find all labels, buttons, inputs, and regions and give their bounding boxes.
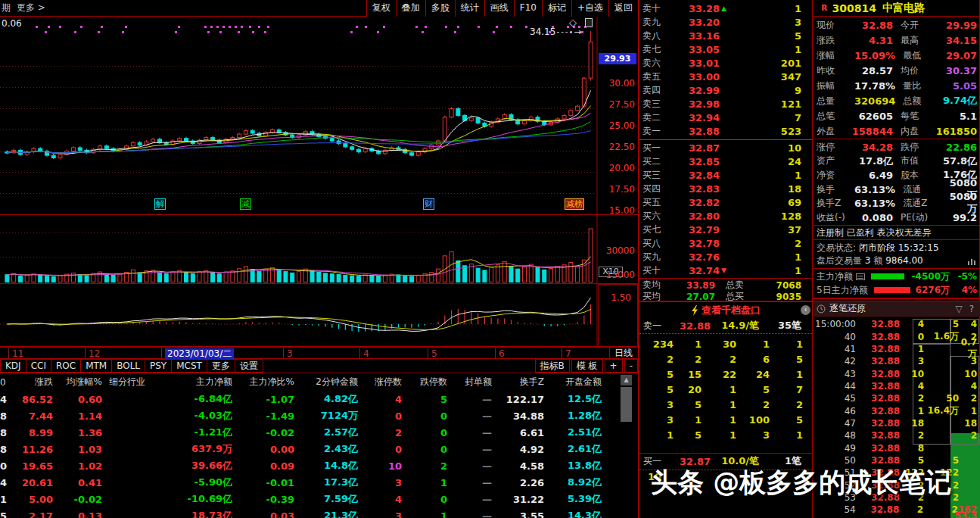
bid-row[interactable]: 买十 32.74 ▼ 1 — [639, 264, 812, 277]
indicator-tab[interactable]: MCST — [172, 359, 207, 373]
table-row[interactable]: 8 8.99 1.36 -1.21亿 -0.02 2.57亿 2 0 — 6.6… — [0, 424, 638, 441]
collapse-icon[interactable]: ‹ — [801, 305, 810, 315]
table-header-cell[interactable]: 主力净额 — [152, 376, 232, 388]
ask-row[interactable]: 卖八 33.16 5 — [639, 29, 812, 42]
toolbar-button[interactable]: +自选 — [571, 0, 608, 17]
event-dot — [264, 31, 266, 33]
scrollbar-up-icon[interactable]: ▲ — [621, 375, 632, 385]
toolbar-button[interactable]: 多股 — [425, 0, 455, 17]
table-scrollbar[interactable]: ▲ — [621, 375, 632, 516]
table-header-cell[interactable]: 开盘金额 — [544, 376, 602, 388]
toolbar-button[interactable]: 标记 — [542, 0, 571, 17]
ask-row[interactable]: 卖九 33.20 3 — [639, 15, 812, 29]
timeline-axis[interactable]: 日线 11122023/01/03/二34567 — [0, 347, 638, 359]
ask-row[interactable]: 卖七 33.05 1 — [639, 42, 812, 56]
table-header-cell[interactable]: 涨跌 — [11, 376, 53, 388]
view-depth-link[interactable]: 查看千档盘口 ‹ — [639, 303, 812, 317]
chart-area[interactable]: 0.06 34.15 → ◇ 解减财减榜 — [0, 17, 638, 347]
period-label[interactable]: 期 — [2, 2, 11, 14]
indicator-tab-right[interactable]: 指标B — [535, 359, 570, 373]
indicator-tab[interactable]: 设置 — [235, 359, 263, 373]
table-header-cell[interactable]: 跌停数 — [402, 376, 447, 388]
indicator-tab[interactable]: BOLL — [112, 359, 145, 373]
ask-row[interactable]: 卖三 32.98 121 — [639, 97, 812, 111]
timeline-label[interactable]: 7 — [565, 348, 571, 359]
timeline-label[interactable]: 6 — [499, 348, 505, 359]
table-header-cell[interactable]: 主力净比% — [232, 376, 294, 388]
event-marker-icon[interactable]: 减榜 — [565, 198, 584, 210]
stock-name[interactable]: 中富电路 — [882, 2, 925, 15]
table-row[interactable]: 0 19.65 1.02 39.66亿 0.09 14.8亿 10 2 — 4.… — [0, 457, 638, 474]
table-header-cell[interactable]: 0 — [0, 377, 11, 388]
bid-row[interactable]: 买六 32.80 128 — [639, 209, 812, 223]
bid-row[interactable]: 买九 32.76 1 — [639, 250, 812, 264]
scrollbar-thumb[interactable] — [621, 387, 632, 422]
indicator-tab-right[interactable]: - — [624, 359, 638, 373]
period-dayline[interactable]: 日线 — [609, 348, 637, 360]
table-header-cell[interactable]: 封单额 — [447, 376, 492, 388]
indicator-tab[interactable]: ROC — [51, 359, 81, 373]
candlestick-chart[interactable] — [0, 17, 638, 347]
indicator-tab[interactable]: MTM — [81, 359, 112, 373]
table-header-cell[interactable]: 均涨幅% — [53, 376, 102, 388]
timeline-selected-date[interactable]: 2023/01/03/二 — [165, 348, 234, 359]
event-marker-icon[interactable]: 解 — [154, 198, 166, 210]
table-header-cell[interactable]: 涨停数 — [358, 376, 402, 388]
more-menu[interactable]: 更多 > — [17, 2, 45, 14]
table-row[interactable]: 4 86.52 0.60 -6.84亿 -1.07 4.82亿 4 5 — 12… — [0, 391, 638, 407]
table-row[interactable]: 8 7.44 1.14 -4.03亿 -1.49 7124万 0 0 — 34.… — [0, 407, 638, 424]
ask-row[interactable]: 卖十 33.28 ▲ 1 — [639, 2, 812, 15]
table-row[interactable]: 8 11.26 1.03 637.9万 0.00 2.43亿 0 0 — 4.9… — [0, 441, 638, 457]
bid-row[interactable]: 买五 32.82 69 — [639, 195, 812, 209]
toolbar-button[interactable]: F10 — [514, 0, 542, 17]
clock-icon[interactable] — [817, 304, 826, 314]
timeline-label[interactable]: 12 — [89, 348, 100, 359]
bid-row[interactable]: 买一 32.87 10 — [639, 141, 812, 154]
indicator-tab-right[interactable]: 模 板 — [571, 359, 603, 373]
event-dot — [445, 26, 447, 28]
table-header-cell[interactable]: 细分行业 — [102, 376, 152, 388]
ask-row[interactable]: 卖五 33.00 347 — [639, 70, 812, 83]
timeline-label[interactable]: 5 — [431, 348, 437, 359]
table-row[interactable]: 4 20.61 0.41 -5.90亿 -0.01 17.3亿 3 1 — 2.… — [0, 474, 638, 491]
main-force-net-row[interactable]: 主力净额 -4500万 -5% — [814, 270, 979, 283]
toolbar-button[interactable]: 统计 — [455, 0, 484, 17]
period-menu[interactable]: 期 更多 > — [0, 2, 45, 14]
toolbar-button[interactable]: 叠加 — [396, 0, 425, 17]
timeline-label[interactable]: 3 — [287, 348, 293, 359]
indicator-tab[interactable]: 更多 — [207, 359, 235, 373]
trading-terminal: 期 更多 > 复权叠加多股统计画线F10标记+自选返回 0.06 34.15 →… — [0, 0, 980, 518]
bid-row[interactable]: 买四 32.83 18 — [639, 182, 812, 195]
bid-row[interactable]: 买三 32.84 1 — [639, 168, 812, 182]
indicator-tab[interactable]: CCI — [26, 359, 51, 373]
stock-code[interactable]: 300814 — [832, 2, 876, 14]
event-marker-icon[interactable]: 财 — [423, 198, 434, 210]
event-marker-icon[interactable]: 减 — [240, 198, 251, 210]
toolbar-button[interactable]: 返回 — [608, 0, 638, 17]
bid-row[interactable]: 买八 32.78 2 — [639, 236, 812, 250]
indicator-tab-right[interactable]: + — [605, 359, 623, 373]
divider — [639, 453, 812, 454]
toolbar-button[interactable]: 复权 — [366, 0, 396, 17]
toolbar-button[interactable]: 画线 — [484, 0, 514, 17]
ask-row[interactable]: 卖一 32.88 523 — [639, 124, 812, 138]
timeline-label[interactable]: 4 — [363, 348, 369, 359]
timeline-label[interactable]: 11 — [12, 348, 23, 359]
indicator-tab[interactable]: PSY — [145, 359, 172, 373]
indicator-tab[interactable]: KDJ — [0, 359, 26, 373]
ask-row[interactable]: 卖六 33.01 201 — [639, 56, 812, 70]
ask-row[interactable]: 卖二 32.94 7 — [639, 111, 812, 124]
bid-row[interactable]: 买二 32.85 24 — [639, 154, 812, 168]
note-icon[interactable] — [585, 18, 593, 27]
ask-row[interactable]: 卖四 32.99 9 — [639, 83, 812, 97]
table-header-cell[interactable]: 2分钟金额 — [294, 376, 358, 388]
help-icon[interactable]: ? — [969, 304, 974, 314]
detail-list-icon[interactable] — [856, 273, 865, 280]
bar-chart-icon[interactable] — [967, 256, 976, 265]
table-header-cell[interactable]: 换手Z — [492, 376, 544, 388]
main-force-net5-row[interactable]: 5日主力净额 6276万 4% — [814, 283, 979, 297]
table-row[interactable]: 1 5.00 -0.02 -10.69亿 -0.39 7.59亿 4 0 — 3… — [0, 491, 638, 507]
filter-icon[interactable]: ▽ — [955, 304, 962, 314]
table-row[interactable]: 5 2.17 0.13 18.73亿 0.03 21.3亿 3 1 — 3.55… — [0, 507, 638, 518]
bid-row[interactable]: 买七 32.79 37 — [639, 223, 812, 236]
